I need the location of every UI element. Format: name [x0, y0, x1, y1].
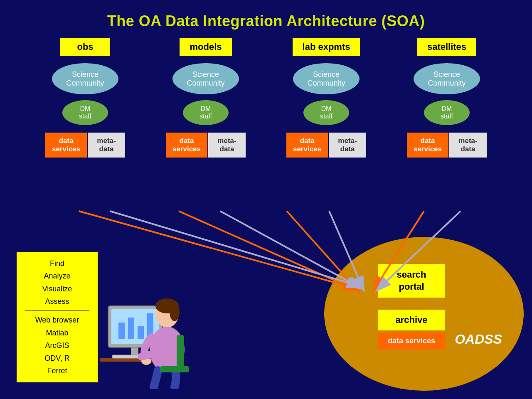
col3-label: lab expmts: [293, 38, 360, 56]
svg-rect-9: [112, 355, 141, 358]
svg-point-12: [170, 303, 180, 321]
col1-dm-ellipse: DMstaff: [62, 100, 108, 125]
svg-rect-6: [131, 347, 138, 355]
col2-data-services: dataservices: [166, 133, 207, 158]
col2-meta-data: meta-data: [208, 133, 246, 158]
page-title: The OA Data Integration Architecture (SO…: [0, 0, 532, 30]
column-lab: lab expmts ScienceCommunity DMstaff data…: [281, 38, 372, 158]
col3-meta-data: meta-data: [329, 133, 366, 158]
col3-dm-ellipse: DMstaff: [303, 100, 349, 125]
info-matlab: Matlab: [25, 327, 89, 340]
col2-services: dataservices meta-data: [166, 133, 246, 158]
info-analyze: Analyze: [25, 270, 89, 283]
svg-line-20: [79, 211, 357, 289]
oadss-label: OADSS: [455, 332, 502, 347]
oadss-data-services-box: data services: [378, 332, 445, 350]
svg-rect-2: [118, 323, 125, 339]
col4-dm-ellipse: DMstaff: [424, 100, 470, 125]
search-portal-box: searchportal: [378, 264, 445, 298]
col1-label: obs: [60, 38, 110, 56]
col2-sc-ellipse: ScienceCommunity: [172, 63, 239, 94]
person-svg: [100, 281, 191, 389]
columns-container: obs ScienceCommunity DMstaff dataservice…: [0, 38, 532, 158]
col4-label: satellites: [417, 38, 476, 56]
col4-data-services: dataservices: [407, 133, 448, 158]
svg-rect-16: [177, 335, 184, 368]
col1-meta-data: meta-data: [88, 133, 125, 158]
info-divider: [25, 310, 89, 311]
info-box: Find Analyze Visualize Assess Web browse…: [17, 252, 98, 382]
archive-box: archive: [378, 310, 445, 330]
col3-services: dataservices meta-data: [286, 133, 366, 158]
info-arcgis: ArcGIS: [25, 339, 89, 352]
col1-sc-ellipse: ScienceCommunity: [52, 63, 118, 94]
col2-label: models: [180, 38, 232, 56]
info-assess: Assess: [25, 295, 89, 308]
col4-meta-data: meta-data: [449, 133, 487, 158]
column-obs: obs ScienceCommunity DMstaff dataservice…: [39, 38, 131, 158]
column-models: models ScienceCommunity DMstaff dataserv…: [160, 38, 251, 158]
col2-dm-ellipse: DMstaff: [183, 100, 229, 125]
col1-services: dataservices meta-data: [45, 133, 125, 158]
person-illustration: [100, 281, 191, 391]
info-odv: ODV, R: [25, 352, 89, 365]
svg-rect-4: [138, 326, 144, 339]
col1-data-services: dataservices: [45, 133, 87, 158]
col4-sc-ellipse: ScienceCommunity: [414, 63, 480, 94]
column-satellites: satellites ScienceCommunity DMstaff data…: [401, 38, 493, 158]
info-ferret: Ferret: [25, 365, 89, 377]
col3-sc-ellipse: ScienceCommunity: [293, 63, 360, 94]
oadss-container: OADSS searchportal archive data services: [324, 237, 524, 391]
info-find: Find: [25, 257, 89, 270]
svg-rect-3: [128, 318, 134, 339]
col3-data-services: dataservices: [286, 133, 328, 158]
svg-rect-17: [160, 366, 189, 372]
info-visualize: Visualize: [25, 283, 89, 296]
col4-services: dataservices meta-data: [407, 133, 487, 158]
info-webbrowser: Web browser: [25, 314, 89, 327]
